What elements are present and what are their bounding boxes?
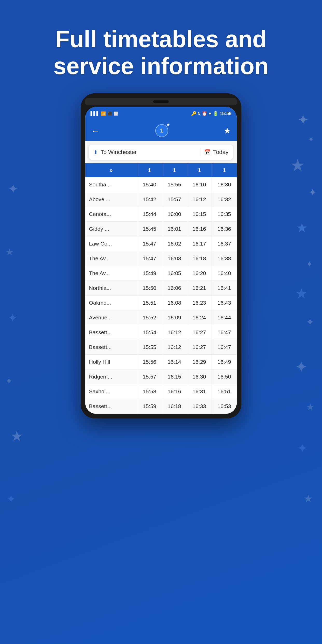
phone-notch	[85, 98, 237, 105]
time-4: 16:36	[212, 222, 237, 236]
table-row[interactable]: The Av... 15:49 16:05 16:20 16:40	[85, 266, 237, 281]
time-4: 16:38	[212, 251, 237, 266]
stop-name: Law Co...	[85, 236, 137, 251]
time-4: 16:44	[212, 310, 237, 325]
time-1: 15:56	[137, 355, 162, 369]
table-row[interactable]: Bassett... 15:54 16:12 16:27 16:47	[85, 325, 237, 340]
speaker	[153, 100, 169, 103]
time-2: 16:00	[162, 207, 187, 221]
calendar-icon: 📅	[204, 149, 211, 155]
table-row[interactable]: Giddy ... 15:45 16:01 16:16 16:36	[85, 222, 237, 236]
time-1: 15:45	[137, 222, 162, 236]
time-1: 15:51	[137, 296, 162, 310]
nfc-status-icon: N	[198, 111, 200, 116]
time-4: 16:50	[212, 369, 237, 384]
filter-destination[interactable]: ⬆ To Winchester	[94, 149, 198, 156]
stop-name: Bassett...	[85, 325, 137, 340]
time-4: 16:32	[212, 192, 237, 207]
stop-name: Saxhol...	[85, 384, 137, 399]
col-header-2: 1	[162, 163, 187, 177]
timetable-rows: Southa... 15:40 15:55 16:10 16:30 Above …	[85, 177, 237, 414]
stop-name: Above ...	[85, 192, 137, 207]
stop-name: Ridgem...	[85, 369, 137, 384]
table-row[interactable]: The Av... 15:47 16:03 16:18 16:38	[85, 251, 237, 266]
time-3: 16:27	[187, 340, 212, 354]
table-row[interactable]: Holly Hill 15:56 16:14 16:29 16:49	[85, 355, 237, 369]
time-3: 16:20	[187, 266, 212, 281]
stop-name: Holly Hill	[85, 355, 137, 369]
time-3: 16:33	[187, 399, 212, 414]
table-row[interactable]: Northla... 15:50 16:06 16:21 16:41	[85, 281, 237, 296]
time-2: 16:03	[162, 251, 187, 266]
status-left: ▌▌▌ 📶 ⬛ ⬜	[90, 111, 118, 116]
time-4: 16:53	[212, 399, 237, 414]
stop-name: The Av...	[85, 251, 137, 266]
time-4: 16:40	[212, 266, 237, 281]
table-row[interactable]: Bassett... 15:59 16:18 16:33 16:53	[85, 399, 237, 414]
time-3: 16:17	[187, 236, 212, 251]
time-1: 15:58	[137, 384, 162, 399]
table-row[interactable]: Bassett... 15:55 16:12 16:27 16:47	[85, 340, 237, 355]
time-4: 16:41	[212, 281, 237, 295]
table-row[interactable]: Saxhol... 15:58 16:16 16:31 16:51	[85, 384, 237, 399]
stop-name: The Av...	[85, 266, 137, 281]
filter-date[interactable]: 📅 Today	[204, 149, 228, 156]
timetable-header: » 1 1 1 1	[85, 163, 237, 177]
table-row[interactable]: Law Co... 15:47 16:02 16:17 16:37	[85, 236, 237, 251]
time-2: 16:02	[162, 236, 187, 251]
back-button[interactable]: ←	[91, 126, 100, 136]
time-3: 16:29	[187, 355, 212, 369]
table-row[interactable]: Avenue... 15:52 16:09 16:24 16:44	[85, 310, 237, 325]
table-row[interactable]: Southa... 15:40 15:55 16:10 16:30	[85, 177, 237, 192]
time-3: 16:31	[187, 384, 212, 399]
time-4: 16:49	[212, 355, 237, 369]
time-3: 16:10	[187, 177, 212, 192]
time-1: 15:47	[137, 251, 162, 266]
route-badge: 1	[155, 124, 168, 137]
wifi-icon: 📶	[101, 111, 106, 116]
time-4: 16:37	[212, 236, 237, 251]
nfc-icon: ⬜	[114, 111, 118, 116]
phone-outer: ▌▌▌ 📶 ⬛ ⬜ 🔑 N ⏰ ✱ 🔋 15:56 ← 1	[81, 93, 241, 418]
time-2: 16:14	[162, 355, 187, 369]
stop-name: Oakmo...	[85, 296, 137, 310]
time-2: 16:06	[162, 281, 187, 295]
table-row[interactable]: Oakmo... 15:51 16:08 16:23 16:43	[85, 296, 237, 310]
time-3: 16:15	[187, 207, 212, 221]
time-3: 16:18	[187, 251, 212, 266]
time-1: 15:59	[137, 399, 162, 414]
time-3: 16:12	[187, 192, 212, 207]
app-header: ← 1 ★	[85, 120, 237, 141]
time-1: 15:42	[137, 192, 162, 207]
time-4: 16:47	[212, 340, 237, 354]
time-1: 15:47	[137, 236, 162, 251]
key-icon: 🔑	[191, 111, 197, 116]
time-4: 16:47	[212, 325, 237, 340]
time-3: 16:27	[187, 325, 212, 340]
time-3: 16:21	[187, 281, 212, 295]
stop-name: Bassett...	[85, 399, 137, 414]
time-4: 16:35	[212, 207, 237, 221]
time-1: 15:44	[137, 207, 162, 221]
signal-icon: ▌▌▌	[90, 111, 99, 116]
time-2: 16:09	[162, 310, 187, 325]
table-row[interactable]: Ridgem... 15:57 16:15 16:30 16:50	[85, 369, 237, 384]
stop-name: Northla...	[85, 281, 137, 295]
stop-name: Cenota...	[85, 207, 137, 221]
time-2: 16:08	[162, 296, 187, 310]
battery-icon: 🔋	[213, 111, 218, 116]
col-header-4: 1	[212, 163, 237, 177]
timetable: » 1 1 1 1 Southa... 15:40 15:55 16:10 16…	[85, 163, 237, 414]
table-row[interactable]: Above ... 15:42 15:57 16:12 16:32	[85, 192, 237, 207]
stop-name: Giddy ...	[85, 222, 137, 236]
col-header-1: 1	[137, 163, 162, 177]
table-row[interactable]: Cenota... 15:44 16:00 16:15 16:35	[85, 207, 237, 222]
favorite-button[interactable]: ★	[223, 126, 231, 136]
date-text: Today	[213, 149, 228, 156]
stop-name: Avenue...	[85, 310, 137, 325]
time-display: 15:56	[220, 111, 232, 116]
time-4: 16:30	[212, 177, 237, 192]
time-1: 15:40	[137, 177, 162, 192]
time-4: 16:51	[212, 384, 237, 399]
time-1: 15:57	[137, 369, 162, 384]
